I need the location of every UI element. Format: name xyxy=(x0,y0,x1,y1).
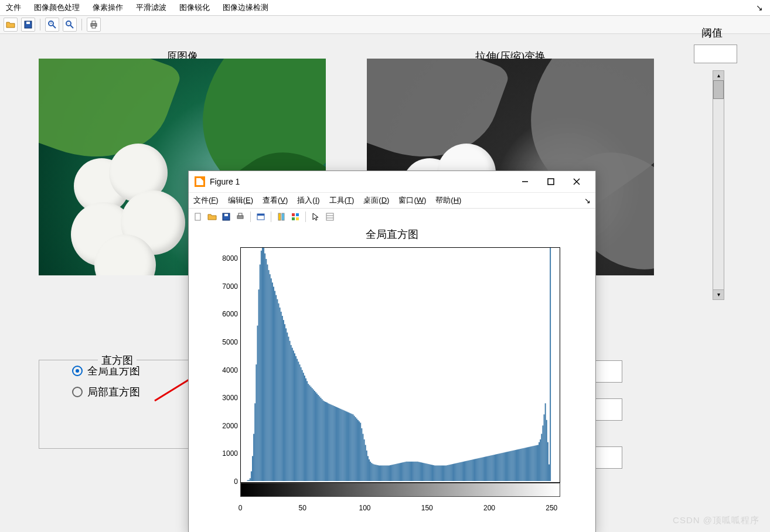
radio-global[interactable] xyxy=(72,366,83,376)
svg-rect-214 xyxy=(466,461,468,481)
colorbar-icon[interactable] xyxy=(289,211,301,223)
properties-icon[interactable] xyxy=(324,211,336,223)
svg-rect-181 xyxy=(425,463,427,481)
fig-menu-window[interactable]: 窗口(W) xyxy=(398,195,426,206)
dock-icon[interactable] xyxy=(275,211,287,223)
menu-color[interactable]: 图像颜色处理 xyxy=(32,1,82,14)
fig-menu-help[interactable]: 帮助(H) xyxy=(435,195,461,206)
svg-rect-41 xyxy=(252,456,253,481)
y-tick-label: 1000 xyxy=(218,449,238,458)
watermark: CSDN @顶呱呱程序 xyxy=(673,515,759,526)
radio-local[interactable] xyxy=(72,387,83,397)
y-tick-label: 6000 xyxy=(218,310,238,318)
svg-rect-254 xyxy=(516,449,517,481)
threshold-slider[interactable]: ▴ ▾ xyxy=(713,70,724,300)
svg-rect-39 xyxy=(250,478,251,481)
svg-rect-226 xyxy=(482,458,483,481)
figure-window: Figure 1 文件(F) 编辑(E) 查看(V) 插入(I) 工具(T) 桌… xyxy=(188,170,596,532)
svg-rect-46 xyxy=(258,289,260,481)
svg-rect-118 xyxy=(347,412,349,482)
svg-rect-170 xyxy=(412,462,413,481)
svg-rect-153 xyxy=(391,465,392,481)
y-tick-label: 2000 xyxy=(218,422,238,430)
main-window: 文件 图像颜色处理 像素操作 平滑滤波 图像锐化 图像边缘检测 ↘ + - 原图… xyxy=(0,0,770,532)
menu-edge[interactable]: 图像边缘检测 xyxy=(220,1,271,14)
close-button[interactable] xyxy=(564,173,590,190)
svg-rect-176 xyxy=(420,462,421,481)
svg-rect-165 xyxy=(406,462,407,481)
menu-file[interactable]: 文件 xyxy=(4,1,23,14)
fig-menu-tools[interactable]: 工具(T) xyxy=(329,195,355,206)
svg-rect-70 xyxy=(288,337,289,481)
svg-rect-13 xyxy=(548,179,554,185)
figure-titlebar[interactable]: Figure 1 xyxy=(189,171,595,192)
svg-rect-62 xyxy=(278,303,280,481)
main-toolbar: + - xyxy=(0,16,770,34)
svg-rect-72 xyxy=(291,345,292,481)
svg-rect-18 xyxy=(224,214,228,216)
fig-menu-view[interactable]: 查看(V) xyxy=(263,195,288,206)
svg-rect-125 xyxy=(356,418,357,481)
svg-rect-131 xyxy=(364,439,365,481)
print-icon[interactable] xyxy=(234,211,246,223)
svg-rect-120 xyxy=(350,413,351,481)
svg-rect-156 xyxy=(395,464,396,481)
slider-down-arrow[interactable]: ▾ xyxy=(713,289,724,299)
svg-rect-69 xyxy=(287,333,288,481)
menubar-corner-icon[interactable]: ↘ xyxy=(756,3,766,12)
svg-rect-106 xyxy=(333,405,334,481)
print-icon[interactable] xyxy=(87,18,101,32)
svg-rect-130 xyxy=(362,434,363,481)
new-icon[interactable] xyxy=(192,211,204,223)
svg-rect-49 xyxy=(262,248,263,481)
svg-rect-270 xyxy=(536,445,537,481)
maximize-button[interactable] xyxy=(538,173,564,190)
svg-rect-141 xyxy=(376,465,377,481)
slider-thumb[interactable] xyxy=(713,80,724,99)
svg-rect-210 xyxy=(462,462,463,481)
svg-rect-188 xyxy=(434,465,435,481)
svg-rect-78 xyxy=(298,362,299,481)
threshold-input[interactable] xyxy=(694,45,737,63)
svg-rect-76 xyxy=(295,356,297,481)
svg-rect-244 xyxy=(504,452,505,481)
svg-rect-134 xyxy=(367,456,369,481)
fig-menu-edit[interactable]: 编辑(E) xyxy=(228,195,253,206)
svg-rect-128 xyxy=(360,423,361,482)
svg-rect-253 xyxy=(515,450,516,481)
svg-rect-1 xyxy=(26,22,30,24)
svg-rect-230 xyxy=(486,456,488,481)
svg-rect-71 xyxy=(289,341,291,481)
menu-pixel[interactable]: 像素操作 xyxy=(90,1,125,14)
y-tick-label: 0 xyxy=(218,478,238,486)
fig-toolbar-separator xyxy=(271,212,271,222)
save-icon[interactable] xyxy=(21,18,35,32)
svg-rect-219 xyxy=(473,459,474,481)
fig-menu-desktop[interactable]: 桌面(D) xyxy=(363,195,389,206)
link-icon[interactable] xyxy=(255,211,267,223)
svg-rect-215 xyxy=(468,461,469,481)
fig-menu-file[interactable]: 文件(F) xyxy=(193,195,219,206)
svg-text:+: + xyxy=(50,21,52,25)
zoom-out-icon[interactable]: - xyxy=(63,18,77,32)
menu-sharpen[interactable]: 图像锐化 xyxy=(177,1,212,14)
svg-rect-104 xyxy=(330,404,331,481)
menu-smooth[interactable]: 平滑滤波 xyxy=(134,1,169,14)
svg-rect-263 xyxy=(527,447,529,481)
svg-rect-142 xyxy=(377,465,379,481)
minimize-button[interactable] xyxy=(512,173,538,190)
slider-up-arrow[interactable]: ▴ xyxy=(713,71,724,81)
pointer-icon[interactable] xyxy=(310,211,322,223)
radio-local-row[interactable]: 局部直方图 xyxy=(39,381,192,403)
svg-rect-264 xyxy=(529,447,530,481)
svg-rect-167 xyxy=(408,462,410,481)
save-icon[interactable] xyxy=(220,211,232,223)
zoom-in-icon[interactable]: + xyxy=(45,18,59,32)
open-folder-icon[interactable] xyxy=(4,18,18,32)
svg-rect-265 xyxy=(530,446,531,481)
svg-rect-245 xyxy=(505,452,506,481)
svg-rect-177 xyxy=(421,462,422,481)
open-folder-icon[interactable] xyxy=(206,211,218,223)
fig-menubar-corner-icon[interactable]: ↘ xyxy=(584,196,591,205)
fig-menu-insert[interactable]: 插入(I) xyxy=(297,195,319,206)
